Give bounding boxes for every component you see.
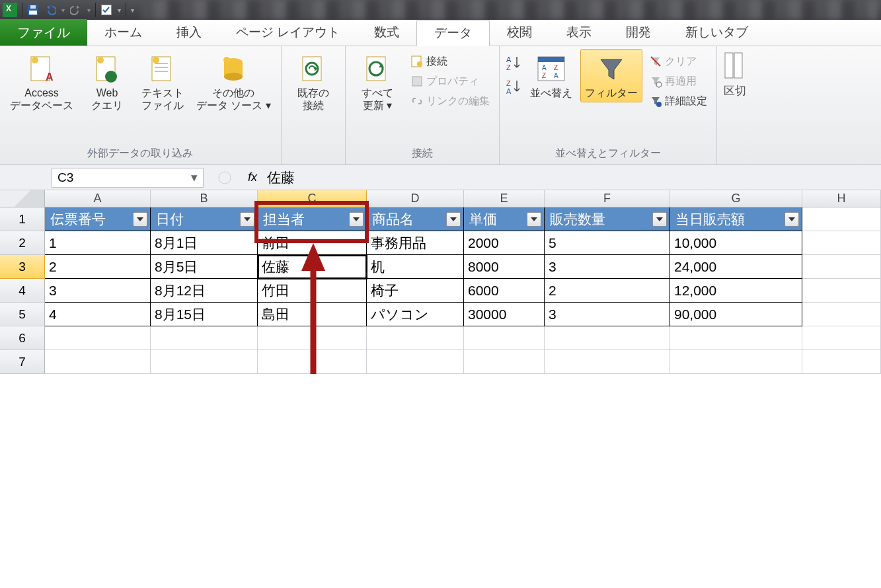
row-header-1[interactable]: 1 <box>0 207 45 231</box>
cell[interactable] <box>802 207 881 231</box>
sort-asc-button[interactable]: AZ <box>505 54 522 74</box>
cell[interactable]: 2000 <box>464 231 545 255</box>
cell[interactable]: 前田 <box>258 231 367 255</box>
reapply-button[interactable]: 再適用 <box>645 71 711 91</box>
cell[interactable] <box>258 326 367 350</box>
home-tab[interactable]: ホーム <box>87 19 159 46</box>
file-tab[interactable]: ファイル <box>0 19 87 46</box>
row-header-5[interactable]: 5 <box>0 303 45 326</box>
cell[interactable]: 6000 <box>464 279 545 303</box>
cell[interactable]: 島田 <box>258 303 367 326</box>
fx-icon[interactable]: fx <box>245 170 260 184</box>
cell[interactable] <box>802 303 881 326</box>
col-header-G[interactable]: G <box>670 190 802 207</box>
cell[interactable]: 竹田 <box>258 279 367 303</box>
cell[interactable]: 8月5日 <box>151 255 258 279</box>
cell[interactable]: 椅子 <box>367 279 464 303</box>
row-header-6[interactable]: 6 <box>0 326 45 350</box>
cell[interactable] <box>151 350 258 374</box>
existing-connections-button[interactable]: 既存の 接続 <box>287 49 340 115</box>
cell[interactable]: 1 <box>45 231 151 255</box>
th-person[interactable]: 担当者 <box>258 207 367 231</box>
cell[interactable]: 3 <box>545 255 670 279</box>
edit-links-button[interactable]: リンクの編集 <box>406 91 494 111</box>
filter-dropdown-icon[interactable] <box>446 212 461 227</box>
filter-dropdown-icon[interactable] <box>785 212 799 227</box>
insert-tab[interactable]: 挿入 <box>159 19 219 46</box>
cell[interactable]: 12,000 <box>670 279 802 303</box>
cell[interactable]: 8月1日 <box>151 231 258 255</box>
cell[interactable]: 8月12日 <box>151 279 258 303</box>
cell[interactable] <box>45 326 151 350</box>
cell[interactable] <box>151 326 258 350</box>
qat-customize-dropdown[interactable]: ▾ <box>131 7 134 14</box>
cell[interactable] <box>802 231 881 255</box>
select-all-corner[interactable] <box>0 190 45 207</box>
sort-button[interactable]: AZZA 並べ替え <box>525 49 578 102</box>
cell[interactable]: 2 <box>545 279 670 303</box>
cell[interactable] <box>258 350 367 374</box>
th-amount[interactable]: 当日販売額 <box>670 207 802 231</box>
clear-filter-button[interactable]: クリア <box>645 52 711 71</box>
dropdown-icon[interactable]: ▾ <box>61 7 65 14</box>
cell[interactable]: 4 <box>45 303 151 326</box>
col-header-A[interactable]: A <box>45 190 151 207</box>
formulas-tab[interactable]: 数式 <box>357 19 416 46</box>
cell[interactable]: 24,000 <box>670 255 802 279</box>
developer-tab[interactable]: 開発 <box>609 19 668 46</box>
th-qty[interactable]: 販売数量 <box>545 207 670 231</box>
cell[interactable]: 机 <box>367 255 464 279</box>
qat-undo-button[interactable] <box>43 3 57 17</box>
dropdown-icon[interactable]: ▾ <box>191 170 198 185</box>
cell[interactable]: 10,000 <box>670 231 802 255</box>
cell[interactable]: 3 <box>545 303 670 326</box>
qat-save-button[interactable] <box>26 3 40 17</box>
view-tab[interactable]: 表示 <box>549 19 609 46</box>
cell[interactable] <box>45 350 151 374</box>
cell[interactable] <box>802 255 881 279</box>
cell[interactable] <box>367 326 464 350</box>
row-header-3[interactable]: 3 <box>0 255 45 279</box>
col-header-F[interactable]: F <box>545 190 670 207</box>
worksheet[interactable]: A B C D E F G H 1 伝票番号 日付 担当者 商品名 単価 販売数… <box>0 190 881 374</box>
filter-dropdown-icon[interactable] <box>349 212 364 227</box>
connections-button[interactable]: 接続 <box>406 52 494 71</box>
col-header-C[interactable]: C <box>258 190 367 207</box>
access-db-button[interactable]: A Access データベース <box>5 49 78 115</box>
newtab-tab[interactable]: 新しいタブ <box>668 19 765 46</box>
cell-selected[interactable]: 佐藤 <box>258 255 367 279</box>
name-box[interactable]: C3 ▾ <box>52 168 204 188</box>
sort-desc-button[interactable]: ZA <box>505 78 522 98</box>
row-header-2[interactable]: 2 <box>0 231 45 255</box>
row-header-7[interactable]: 7 <box>0 350 45 374</box>
filter-dropdown-icon[interactable] <box>133 212 147 227</box>
cell[interactable] <box>670 326 802 350</box>
other-sources-button[interactable]: その他の データ ソース ▾ <box>192 49 276 115</box>
cell[interactable]: 事務用品 <box>367 231 464 255</box>
col-header-D[interactable]: D <box>367 190 464 207</box>
cell[interactable] <box>670 350 802 374</box>
col-header-E[interactable]: E <box>464 190 545 207</box>
refresh-all-button[interactable]: すべて 更新 ▾ <box>351 49 404 115</box>
th-unit-price[interactable]: 単価 <box>464 207 545 231</box>
th-product[interactable]: 商品名 <box>367 207 464 231</box>
text-file-button[interactable]: テキスト ファイル <box>136 49 189 115</box>
col-header-H[interactable]: H <box>802 190 881 207</box>
cell[interactable] <box>464 350 545 374</box>
pagelayout-tab[interactable]: ページ レイアウト <box>219 19 357 46</box>
cell[interactable]: 2 <box>45 255 151 279</box>
qat-redo-button[interactable] <box>69 3 83 17</box>
cell[interactable]: 3 <box>45 279 151 303</box>
th-slip-number[interactable]: 伝票番号 <box>45 207 151 231</box>
cell[interactable] <box>464 326 545 350</box>
cell[interactable]: パソコン <box>367 303 464 326</box>
qat-checkbox[interactable] <box>99 3 114 17</box>
cell[interactable] <box>367 350 464 374</box>
filter-button[interactable]: フィルター <box>580 49 642 102</box>
cell[interactable] <box>545 326 670 350</box>
formula-input[interactable] <box>263 168 881 188</box>
properties-button[interactable]: プロパティ <box>406 71 494 91</box>
filter-dropdown-icon[interactable] <box>527 212 541 227</box>
web-query-button[interactable]: Web クエリ <box>81 49 134 115</box>
th-date[interactable]: 日付 <box>151 207 258 231</box>
